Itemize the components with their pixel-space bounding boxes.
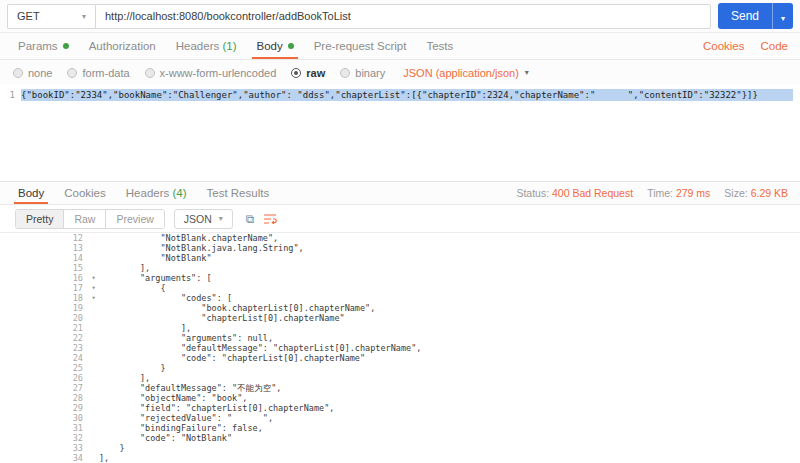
response-tab-body[interactable]: Body [8,182,54,204]
tab-label: Tests [426,40,453,52]
request-tabs-row: ParamsAuthorizationHeaders (1)BodyPre-re… [0,33,800,60]
request-tabs: ParamsAuthorizationHeaders (1)BodyPre-re… [8,33,463,59]
code-link[interactable]: Code [761,40,789,52]
view-mode-raw[interactable]: Raw [64,210,106,228]
line-number: 33 [0,443,88,453]
request-tab-body[interactable]: Body [246,33,303,59]
editor-line: 1 {"bookID":"2334","bookName":"Challenge… [0,89,800,101]
fold-gutter [88,233,99,243]
request-tab-tests[interactable]: Tests [416,33,463,59]
line-number: 23 [0,343,88,353]
code-text: ], [99,323,191,333]
content-type-dropdown[interactable]: JSON (application/json) ▾ [403,67,529,79]
response-time: Time: 279 ms [647,187,710,199]
code-text: "defaultMessage": "不能为空", [99,383,281,393]
chevron-down-icon: ▾ [781,14,785,23]
fold-toggle-icon[interactable]: ▾ [88,293,99,303]
tab-label: Body [256,40,282,52]
body-mode-row: noneform-datax-www-form-urlencodedrawbin… [0,60,800,85]
fold-gutter [88,453,99,463]
method-dropdown[interactable]: GET ▾ [7,4,95,29]
cookies-link[interactable]: Cookies [703,40,745,52]
line-number: 21 [0,323,88,333]
request-tab-pre-request-script[interactable]: Pre-request Script [304,33,417,59]
line-number: 32 [0,433,88,443]
tab-label: Cookies [64,187,106,199]
request-tab-authorization[interactable]: Authorization [79,33,166,59]
code-line: 14 "NotBlank" [0,253,800,263]
body-mode-binary[interactable]: binary [340,67,385,79]
code-line: 22 "arguments": null, [0,333,800,343]
line-number: 15 [0,263,88,273]
fold-gutter [88,413,99,423]
body-mode-none[interactable]: none [13,67,52,79]
body-mode-raw[interactable]: raw [291,67,325,79]
code-text: ], [99,263,150,273]
code-text: "arguments": [ [99,273,212,283]
wrap-text-icon[interactable] [263,213,277,225]
fold-gutter [88,353,99,363]
response-meta: Status: 400 Bad RequestTime: 279 msSize:… [516,182,792,204]
code-line: 20 "chapterList[0].chapterName" [0,313,800,323]
response-toolbar: PrettyRawPreview JSON ▾ ⧉ [0,205,800,233]
line-number: 34 [0,453,88,463]
code-line: 27 "defaultMessage": "不能为空", [0,383,800,393]
response-tab-test-results[interactable]: Test Results [197,182,280,204]
response-tab-headers[interactable]: Headers (4) [116,182,197,204]
code-line: 18▾ "codes": [ [0,293,800,303]
radio-icon [291,68,301,78]
fold-gutter [88,363,99,373]
view-mode-pretty[interactable]: Pretty [16,210,64,228]
body-mode-x-www-form-urlencoded[interactable]: x-www-form-urlencoded [145,67,277,79]
copy-icon[interactable]: ⧉ [246,212,255,226]
request-tab-params[interactable]: Params [8,33,79,59]
code-text: "code": "NotBlank" [99,433,232,443]
fold-gutter [88,423,99,433]
tab-label: Headers [176,40,219,52]
code-text: "NotBlank" [99,253,212,263]
code-line: 13 "NotBlank.java.lang.String", [0,243,800,253]
code-text: "bindingFailure": false, [99,423,263,433]
fold-gutter [88,393,99,403]
meta-label: Status: [516,187,552,199]
code-text: "NotBlank.java.lang.String", [99,243,304,253]
tab-label: Authorization [89,40,156,52]
body-mode-form-data[interactable]: form-data [67,67,129,79]
response-viewer[interactable]: 12 "NotBlank.chapterName",13 "NotBlank.j… [0,233,800,463]
fold-toggle-icon[interactable]: ▾ [88,273,99,283]
code-line: 30 "rejectedValue": " ", [0,413,800,423]
fold-gutter [88,243,99,253]
content-type-label: JSON (application/json) [403,67,519,79]
fold-gutter [88,383,99,393]
body-mode-label: binary [355,67,385,79]
code-line: 24 "code": "chapterList[0].chapterName" [0,353,800,363]
request-tab-headers[interactable]: Headers (1) [166,33,247,59]
fold-gutter [88,443,99,453]
send-button[interactable]: Send [718,3,772,29]
request-body-editor[interactable]: 1 {"bookID":"2334","bookName":"Challenge… [0,85,800,182]
code-line: 19 "book.chapterList[0].chapterName", [0,303,800,313]
response-format-dropdown[interactable]: JSON ▾ [174,209,233,229]
radio-icon [13,68,23,78]
code-text: ], [99,373,150,383]
response-tab-cookies[interactable]: Cookies [54,182,116,204]
code-text: "NotBlank.chapterName", [99,233,278,243]
tab-label: Pre-request Script [314,40,407,52]
code-text: "field": "chapterList[0].chapterName", [99,403,334,413]
response-tabs-row: BodyCookiesHeaders (4)Test Results Statu… [0,182,800,205]
send-options-button[interactable]: ▾ [772,3,793,29]
fold-gutter [88,343,99,353]
tab-label: Test Results [207,187,270,199]
line-number: 25 [0,363,88,373]
url-input[interactable] [95,4,711,29]
view-mode-preview[interactable]: Preview [106,210,163,228]
request-body-line[interactable]: {"bookID":"2334","bookName":"Challenger"… [21,89,793,101]
meta-value: 400 Bad Request [552,187,633,199]
code-line: 33 } [0,443,800,453]
fold-toggle-icon[interactable]: ▾ [88,283,99,293]
code-text: } [99,363,166,373]
tab-count-badge: (4) [169,187,186,199]
line-number: 16 [0,273,88,283]
body-mode-label: raw [306,67,325,79]
code-text: "book.chapterList[0].chapterName", [99,303,375,313]
